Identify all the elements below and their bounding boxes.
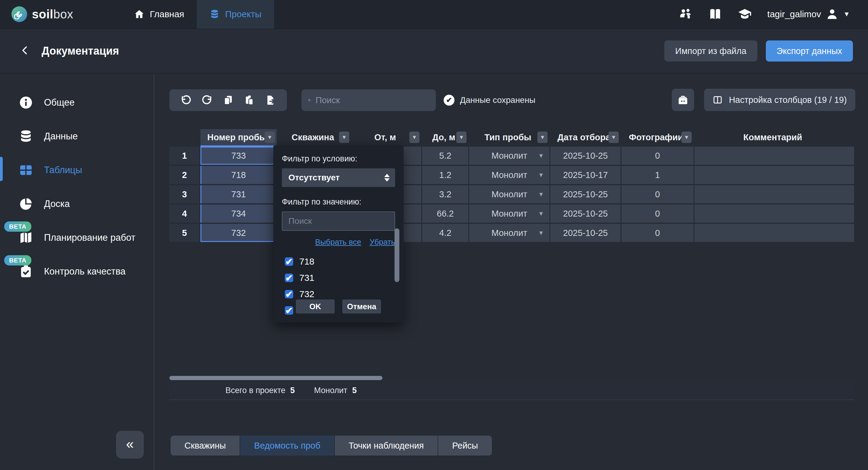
column-header-0[interactable]: Номер пробы▼ (200, 129, 277, 145)
topbar-nav-item-1[interactable]: Проекты (197, 0, 274, 29)
cell-to[interactable]: 4.2 (422, 224, 468, 242)
topbar-nav-item-0[interactable]: Главная (121, 0, 197, 29)
filter-ok-button[interactable]: OK (296, 299, 335, 314)
cell-to[interactable]: 3.2 (422, 185, 468, 203)
undo-icon[interactable] (181, 95, 191, 106)
sidebar-collapse-button[interactable]: « (116, 431, 144, 459)
bottom-tab-1[interactable]: Ведомость проб (240, 436, 335, 456)
cell-dropdown-icon[interactable]: ▼ (538, 172, 544, 179)
sidebar-item-5[interactable]: BETAКонтроль качества (0, 255, 154, 288)
copy-icon[interactable] (223, 95, 234, 106)
filter-icon[interactable]: ▼ (456, 131, 467, 143)
column-header-1[interactable]: Скважина▼ (278, 129, 351, 145)
cell-num[interactable]: 2 (169, 166, 199, 184)
cell-dropdown-icon[interactable]: ▼ (538, 152, 544, 159)
cell-photos[interactable]: 1 (621, 166, 693, 184)
filter-cancel-button[interactable]: Отмена (342, 299, 381, 314)
filter-option-731[interactable]: ✔731 (282, 270, 395, 286)
import-from-file-button[interactable]: Импорт из файла (664, 40, 757, 62)
bottom-tab-0[interactable]: Скважины (170, 436, 240, 456)
checkbox-checked-icon[interactable]: ✔ (285, 257, 293, 266)
sidebar-item-label: Данные (44, 131, 78, 142)
cell-num[interactable]: 3 (169, 185, 199, 203)
export-data-button[interactable]: Экспорт данных (766, 40, 853, 62)
filter-icon[interactable]: ▼ (409, 131, 420, 143)
sidebar-item-1[interactable]: Данные (0, 119, 154, 153)
cell-num[interactable]: 1 (169, 147, 199, 165)
cell-sample[interactable]: 732 (200, 224, 277, 242)
cell-date[interactable]: 2025-10-25 (550, 224, 621, 242)
select-all-link[interactable]: Выбрать все (315, 237, 361, 247)
cell-to[interactable]: 66.2 (422, 205, 468, 223)
cell-date[interactable]: 2025-10-25 (550, 185, 621, 203)
cell-photos[interactable]: 0 (621, 205, 693, 223)
book-icon[interactable] (708, 7, 722, 21)
cell-photos[interactable]: 0 (621, 147, 693, 165)
cell-comment[interactable] (694, 205, 854, 223)
user-menu[interactable]: tagir_galimov ▼ (767, 8, 850, 21)
filter-option-718[interactable]: ✔718 (282, 254, 395, 270)
column-header-7[interactable]: Комментарий (694, 129, 854, 145)
column-header-2[interactable]: От, м▼ (352, 129, 421, 145)
sidebar-item-4[interactable]: BETAПланирование работ (0, 221, 154, 255)
sidebar-item-2[interactable]: Таблицы (0, 153, 154, 187)
cell-comment[interactable] (694, 224, 854, 242)
filter-icon[interactable]: ▼ (609, 131, 619, 143)
graduation-cap-icon[interactable] (738, 7, 752, 21)
cell-dropdown-icon[interactable]: ▼ (538, 210, 544, 217)
cell-sample[interactable]: 731 (200, 185, 277, 203)
cell-sample[interactable]: 734 (200, 205, 277, 223)
home-icon (134, 9, 144, 19)
filter-icon[interactable]: ▼ (265, 131, 275, 143)
filter-icon[interactable]: ▼ (537, 131, 548, 143)
column-settings-button[interactable]: Настройка столбцов (19 / 19) (704, 89, 855, 111)
column-header-5[interactable]: Дата отбора▼ (550, 129, 621, 145)
cell-dropdown-icon[interactable]: ▼ (538, 191, 544, 198)
column-header-3[interactable]: До, м▼ (422, 129, 468, 145)
sidebar-item-0[interactable]: Общее (0, 86, 154, 119)
app-logo[interactable]: soilbox (11, 6, 73, 22)
checkbox-checked-icon[interactable]: ✔ (285, 290, 293, 298)
cell-type[interactable]: Монолит▼ (469, 205, 550, 223)
cell-num[interactable]: 5 (169, 224, 199, 242)
horizontal-scrollbar[interactable] (169, 376, 382, 380)
filter-icon[interactable]: ▼ (339, 131, 349, 143)
cell-photos[interactable]: 0 (621, 185, 693, 203)
column-header-4[interactable]: Тип пробы▼ (469, 129, 550, 145)
paste-icon[interactable] (244, 95, 255, 106)
bottom-tab-2[interactable]: Точки наблюдения (335, 436, 438, 456)
checkbox-checked-icon[interactable]: ✔ (285, 274, 293, 282)
cell-type[interactable]: Монолит▼ (469, 224, 550, 242)
search-input[interactable] (315, 95, 429, 105)
cell-date[interactable]: 2025-10-25 (550, 205, 621, 223)
sidebar-item-3[interactable]: Доска (0, 187, 154, 221)
filter-icon[interactable]: ▼ (681, 131, 692, 143)
cell-type[interactable]: Монолит▼ (469, 147, 550, 165)
cell-to[interactable]: 1.2 (422, 166, 468, 184)
popup-scrollbar[interactable] (395, 228, 399, 282)
cell-sample[interactable]: 733 (200, 147, 277, 165)
cell-comment[interactable] (694, 166, 854, 184)
clear-selection-link[interactable]: Убрать (370, 237, 395, 247)
cell-to[interactable]: 5.2 (422, 147, 468, 165)
toolbox-button[interactable] (672, 89, 694, 111)
cell-dropdown-icon[interactable]: ▼ (538, 230, 544, 236)
cell-comment[interactable] (694, 185, 854, 203)
cell-photos[interactable]: 0 (621, 224, 693, 242)
cell-type[interactable]: Монолит▼ (469, 185, 550, 203)
export-file-icon[interactable] (265, 95, 276, 106)
cell-date[interactable]: 2025-10-25 (550, 147, 621, 165)
users-gear-icon[interactable] (679, 7, 692, 21)
redo-icon[interactable] (202, 95, 213, 106)
column-header-6[interactable]: Фотографии▼ (621, 129, 693, 145)
cell-type[interactable]: Монолит▼ (469, 166, 550, 184)
cell-value: Монолит (492, 209, 527, 219)
cell-comment[interactable] (694, 147, 854, 165)
filter-condition-select[interactable]: Отсутствует (282, 168, 395, 187)
cell-sample[interactable]: 718 (200, 166, 277, 184)
cell-num[interactable]: 4 (169, 205, 199, 223)
cell-date[interactable]: 2025-10-17 (550, 166, 621, 184)
back-button[interactable] (20, 44, 34, 58)
bottom-tab-3[interactable]: Рейсы (438, 436, 492, 456)
filter-search-input[interactable] (282, 211, 395, 231)
